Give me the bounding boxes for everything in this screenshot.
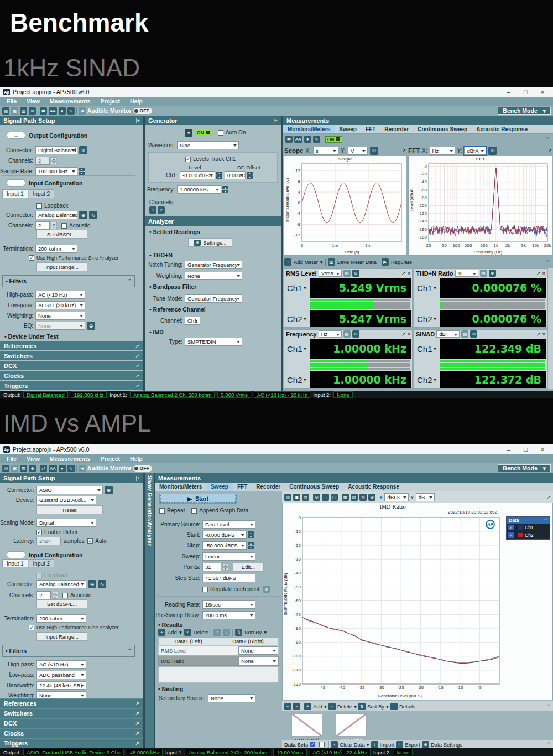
data2-dropdown[interactable]: None [238,646,278,655]
close-icon[interactable]: × [407,270,410,276]
close-icon[interactable]: × [407,331,410,337]
loopback-checkbox[interactable] [36,203,42,209]
sidebar-item-references[interactable]: References↗ [0,698,143,708]
menu-help[interactable]: Help [130,98,143,105]
scope-x-dropdown[interactable]: s [313,147,338,155]
input-channels-input[interactable]: 2 [35,221,50,230]
thdn-section[interactable]: THD+N [149,252,173,258]
ch2-selector[interactable]: Ch2▾ [285,371,310,388]
result-row-imd-ratio[interactable]: IMD RatioNone [158,656,279,666]
append-graph-checkbox[interactable] [191,508,197,514]
ch2-selector[interactable]: Ch2▾ [285,310,310,327]
high-performance-checkbox[interactable] [29,255,34,261]
input-range-button[interactable]: Input Range... [36,632,87,641]
menu-view[interactable]: View [27,98,40,105]
points-input[interactable]: 31 [202,563,221,571]
collapse-icon[interactable]: ⌃ [546,703,551,709]
sidebar-item-triggers[interactable]: Triggers↗ [0,738,143,748]
points-spinner[interactable]: ▴▾ [222,563,228,571]
ch1-selector[interactable]: Ch1▾ [415,278,440,298]
add-result-button[interactable]: Add [168,629,177,635]
maximize-button[interactable]: □ [524,446,528,453]
input-channels-input[interactable]: 2 [36,591,51,599]
termination-dropdown[interactable]: 200 kohm [36,614,86,623]
level-meter-icon[interactable]: ∿ [98,580,106,588]
clock-icon[interactable]: ● [59,465,66,472]
pre-sweep-delay-dropdown[interactable]: 200.0 ms [202,611,255,619]
frequency-field[interactable]: 1.00000 kHz [177,185,221,194]
levels-track-checkbox[interactable] [185,157,191,162]
sample-rate-spinner[interactable]: ▴▾ [79,168,85,175]
titlebar[interactable]: Ap Project.approjx - APx500 v6.0 –□× [0,444,553,454]
menu-help[interactable]: Help [130,455,143,462]
gear-icon[interactable]: ⊕ [79,146,87,154]
filters-section[interactable]: Filters⌃ [2,645,135,657]
result-row-rms-level[interactable]: RMS LevelNone [158,645,279,655]
latency-input[interactable]: 2424 [36,537,61,545]
tune-mode-dropdown[interactable]: Generator Frequency [185,294,242,303]
gear-icon[interactable]: ⊕ [29,107,36,115]
repeat-checkbox[interactable] [159,508,165,514]
level-spinner[interactable]: ▴▾ [216,172,222,179]
menu-project[interactable]: Project [100,455,120,462]
acoustic-checkbox[interactable] [62,593,68,598]
meter-style-icon[interactable]: ▤ [461,330,468,338]
ch2-selector[interactable]: Ch2▾ [415,371,440,388]
enable-dither-checkbox[interactable] [36,530,42,535]
level-meter-icon[interactable]: ∿ [89,211,97,219]
sidebar-item-clocks[interactable]: Clocks↗ [0,728,143,738]
menu-view[interactable]: View [27,455,40,462]
weighting-dropdown[interactable]: None [35,312,85,320]
meter-style-icon[interactable]: ▤ [343,330,351,338]
maximize-button[interactable]: □ [524,89,528,95]
popout-icon[interactable]: ↗ [135,373,139,379]
pin-icon[interactable]: ⌃ [544,517,547,523]
stop-field[interactable]: -50.000 dBFS [202,541,247,550]
x-unit-dropdown[interactable]: dBFS [384,493,409,501]
aa-icon[interactable]: AA [49,465,57,472]
channels-spinner[interactable]: ▴▾ [51,157,57,165]
gear-icon[interactable]: ⊕ [352,270,359,277]
edit-button[interactable]: Edit... [233,563,264,572]
sort-by-button[interactable]: Sort By [244,629,262,635]
eq-field[interactable]: None [35,322,85,330]
gear-icon[interactable]: ⊕ [87,322,95,330]
output-connector-dropdown[interactable]: Digital Balanced [35,146,77,154]
signal-monitor-icon[interactable]: ∿ [67,465,75,472]
reference-channel-section[interactable]: Reference Channel [149,306,206,313]
popout-icon[interactable]: ↗ [536,270,540,276]
tab-sweep[interactable]: Sweep [335,125,361,133]
clear-data-button[interactable]: Clear Data [340,742,364,748]
legend-item-ch2[interactable]: Ch2 [507,531,550,539]
auto-on-checkbox[interactable] [218,130,223,136]
ch1-selector[interactable]: Ch1▾ [415,339,440,359]
tab-sweep[interactable]: Sweep [206,483,233,491]
reference-channel-dropdown[interactable]: Ch1 [185,317,200,325]
sweep-dropdown[interactable]: Linear [202,552,255,561]
ch1-visible-checkbox[interactable] [508,525,514,530]
step-size-field[interactable]: +1.667 dBFS [202,574,255,582]
sidebar-item-switchers[interactable]: Switchers↗ [0,351,143,360]
tab-fft[interactable]: FFT [361,125,380,133]
regulate-each-point-checkbox[interactable] [202,587,208,592]
gear-icon[interactable]: ⊕ [79,211,87,219]
channel-1-button[interactable]: 1 [149,206,156,214]
ch2-visible-checkbox[interactable] [508,532,514,538]
device-dropdown[interactable]: Gustard USB Audi... [36,496,96,504]
tab-fft[interactable]: FFT [233,483,252,491]
delete-result-button[interactable]: Delete [194,629,208,635]
thumbnail-rms-level[interactable]: RMS Level [289,713,325,743]
menu-project[interactable]: Project [100,98,120,105]
tab-acoustic-response[interactable]: Acoustic Response [343,483,404,491]
popout-icon[interactable]: ↗ [135,711,139,716]
minimize-button[interactable]: – [507,446,510,453]
cursor-icon[interactable]: ▧ [351,494,358,501]
reading-rate-dropdown[interactable]: 16/sec [202,600,255,609]
move-down-icon[interactable]: ↓ [223,629,230,636]
last-icon[interactable]: » [293,703,300,710]
clear-data-icon[interactable]: × [331,741,338,748]
low-pass-dropdown[interactable]: ADC passband [36,671,86,679]
waveform-dropdown[interactable]: Sine [177,141,239,149]
tab-recorder[interactable]: Recorder [380,125,413,133]
pin-icon[interactable]: |+ [273,118,278,123]
